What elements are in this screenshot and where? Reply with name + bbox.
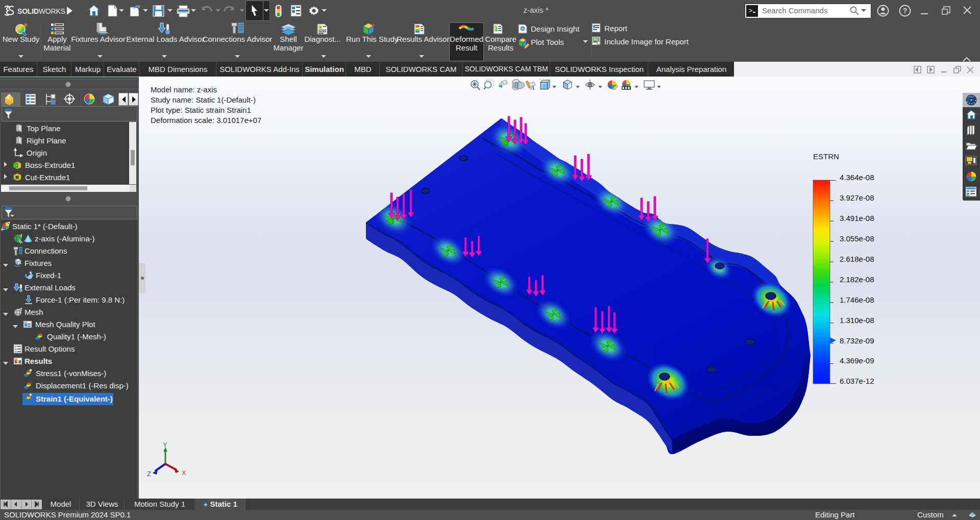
svg-text:2.618e-08: 2.618e-08 — [840, 255, 874, 263]
svg-text:3.927e-08: 3.927e-08 — [840, 193, 874, 202]
svg-text:A: A — [530, 84, 535, 91]
svg-text:6.037e-12: 6.037e-12 — [840, 377, 874, 385]
svg-text:3.491e-08: 3.491e-08 — [840, 214, 874, 222]
svg-text:X: X — [182, 469, 186, 477]
svg-text:8.732e-09: 8.732e-09 — [840, 336, 874, 345]
svg-text:2.182e-08: 2.182e-08 — [840, 275, 874, 284]
svg-text:ESTRN: ESTRN — [813, 152, 839, 161]
svg-text:Y: Y — [163, 441, 167, 449]
svg-text:1.310e-08: 1.310e-08 — [840, 316, 874, 325]
svg-text:4.369e-09: 4.369e-09 — [840, 356, 874, 365]
svg-text:Z: Z — [147, 470, 151, 478]
svg-text:4.364e-08: 4.364e-08 — [840, 173, 874, 182]
svg-text:3.055e-08: 3.055e-08 — [840, 234, 874, 243]
svg-text:?: ? — [903, 7, 908, 15]
svg-text:1.746e-08: 1.746e-08 — [840, 295, 874, 304]
